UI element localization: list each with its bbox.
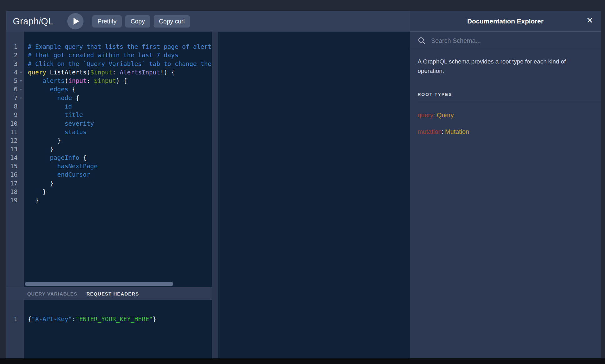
code-text: alerts(input: $input) { [24,77,127,85]
line-number: 9 [6,111,18,119]
fold-gutter-spacer [18,102,24,111]
fold-gutter-spacer [18,196,24,205]
fold-arrow-icon[interactable]: ▾ [18,68,24,77]
horizontal-scrollbar[interactable] [25,282,173,286]
toolbar: GraphiQL Prettify Copy Copy curl [6,11,410,32]
execute-query-button[interactable] [67,13,84,29]
response-pane [218,32,410,358]
close-icon[interactable]: ✕ [586,16,593,24]
code-line[interactable]: 7▾ node { [6,94,212,102]
code-line[interactable]: 1# Example query that lists the first pa… [6,43,212,51]
root-type-separator: : [442,128,445,135]
code-line[interactable]: 3# Click on the `Query Variables` tab to… [6,60,212,68]
code-line[interactable]: 9 title [6,111,212,119]
toolbar-buttons: Prettify Copy Copy curl [92,15,190,28]
root-type-link[interactable]: Query [437,112,454,119]
line-number: 16 [6,170,18,179]
line-number: 10 [6,119,18,128]
root-type-separator: : [433,112,437,119]
search-schema-input[interactable] [431,37,593,44]
code-text: } [24,136,61,145]
code-text: pageInfo { [24,154,87,162]
play-icon [74,18,79,25]
fold-gutter-spacer [18,136,24,145]
fold-gutter-spacer [18,162,24,170]
line-number: 18 [6,188,18,196]
code-line[interactable]: 15 hasNextPage [6,162,212,170]
fold-gutter-spacer [18,315,24,323]
fold-arrow-icon[interactable]: ▾ [18,94,24,102]
line-number: 11 [6,128,18,136]
code-text: # Example query that lists the first pag… [24,43,212,51]
code-text: severity [24,119,94,128]
code-line[interactable]: 8 id [6,102,212,111]
query-editor[interactable]: 1# Example query that lists the first pa… [6,32,212,287]
code-line[interactable]: 12 } [6,136,212,145]
root-types-heading: ROOT TYPES [418,92,593,97]
headers-editor-lines: 1{"X-API-Key":"ENTER_YOUR_KEY_HERE"} [6,315,212,323]
code-text: endCursor [24,170,90,179]
line-number: 5 [6,77,18,85]
code-line[interactable]: 6▾ edges { [6,85,212,94]
code-text: } [24,188,46,196]
doc-search-row [410,32,601,50]
code-text: query ListAlerts($input: AlertsInput!) { [24,68,175,77]
line-number: 14 [6,154,18,162]
line-number: 13 [6,145,18,154]
schema-description: A GraphQL schema provides a root type fo… [418,57,592,76]
graphiql-logo: GraphiQL [13,16,53,27]
request-headers-editor[interactable]: 1{"X-API-Key":"ENTER_YOUR_KEY_HERE"} [6,300,212,358]
code-line[interactable]: 17 } [6,179,212,188]
code-line[interactable]: 18 } [6,188,212,196]
code-line[interactable]: 16 endCursor [6,170,212,179]
tab-request-headers[interactable]: REQUEST HEADERS [86,291,139,296]
line-number: 3 [6,60,18,68]
secondary-editor-tabs: QUERY VARIABLES REQUEST HEADERS [6,287,212,300]
search-icon [418,37,426,45]
code-text: node { [24,94,79,102]
code-line[interactable]: 2# that got created within the last 7 da… [6,51,212,59]
fold-gutter-spacer [18,154,24,162]
code-line[interactable]: 4▾query ListAlerts($input: AlertsInput!)… [6,68,212,77]
root-types-list: query: Querymutation: Mutation [410,112,601,135]
code-text: } [24,179,53,188]
code-line[interactable]: 5▾ alerts(input: $input) { [6,77,212,85]
doc-explorer-title: Documentation Explorer [467,18,544,25]
line-number: 17 [6,179,18,188]
fold-gutter-spacer [18,170,24,179]
code-text: hasNextPage [24,162,98,170]
code-line[interactable]: 14 pageInfo { [6,154,212,162]
fold-gutter-spacer [18,145,24,154]
fold-arrow-icon[interactable]: ▾ [18,77,24,85]
code-line[interactable]: 1{"X-API-Key":"ENTER_YOUR_KEY_HERE"} [6,315,212,323]
fold-gutter-spacer [18,128,24,136]
root-type-row: query: Query [418,112,593,119]
code-line[interactable]: 11 status [6,128,212,136]
root-type-row: mutation: Mutation [418,128,593,135]
pane-resize-handle[interactable] [212,32,218,358]
code-text: } [24,196,39,205]
line-number: 7 [6,94,18,102]
bottom-bar [0,358,605,364]
logo-text: QL [41,16,53,26]
code-text: title [24,111,83,119]
doc-explorer-header: Documentation Explorer ✕ [410,11,601,32]
line-number: 6 [6,85,18,94]
tab-query-variables[interactable]: QUERY VARIABLES [27,291,77,296]
line-number: 15 [6,162,18,170]
line-number: 19 [6,196,18,205]
code-line[interactable]: 13 } [6,145,212,154]
fold-gutter-spacer [18,179,24,188]
fold-arrow-icon[interactable]: ▾ [18,85,24,94]
copy-curl-button[interactable]: Copy curl [154,15,190,28]
root-type-keyword: query [418,112,433,119]
code-line[interactable]: 19 } [6,196,212,205]
copy-button[interactable]: Copy [125,15,150,28]
section-divider [418,102,601,102]
line-number: 2 [6,51,18,59]
prettify-button[interactable]: Prettify [92,15,122,28]
root-type-link[interactable]: Mutation [445,128,469,135]
code-text: # that got created within the last 7 day… [24,51,178,59]
line-number: 4 [6,68,18,77]
code-line[interactable]: 10 severity [6,119,212,128]
